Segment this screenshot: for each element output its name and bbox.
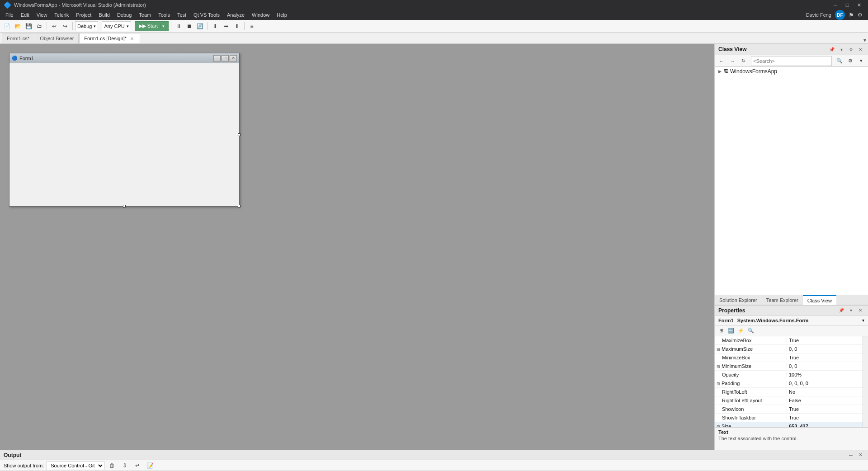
menu-team[interactable]: Team xyxy=(135,10,155,20)
menu-project[interactable]: Project xyxy=(72,10,95,20)
output-clear-btn[interactable]: 🗑 xyxy=(107,461,117,471)
class-view-dropdown-btn[interactable]: ▾ xyxy=(837,45,845,53)
menu-telerik[interactable]: Telerik xyxy=(51,10,72,20)
prop-row-showintaskbar[interactable]: ShowInTaskbar True xyxy=(715,414,863,422)
menu-edit[interactable]: Edit xyxy=(17,10,33,20)
prop-row-showicon[interactable]: ShowIcon True xyxy=(715,405,863,414)
start-label: ▶ Start xyxy=(142,23,158,29)
props-dropdown-btn[interactable]: ▾ xyxy=(847,306,855,315)
output-close-btn[interactable]: ✕ xyxy=(856,451,864,459)
cv-search-btn[interactable]: 🔍 xyxy=(835,56,844,66)
save-all-button[interactable]: 🗂 xyxy=(34,21,44,31)
prop-row-maximum-size[interactable]: ⊞MaximumSize 0, 0 xyxy=(715,345,863,353)
restart-button[interactable]: 🔄 xyxy=(195,21,205,31)
cpu-config-dropdown[interactable]: Any CPU ▾ xyxy=(102,21,131,31)
props-events-btn[interactable]: ⚡ xyxy=(736,326,745,335)
prop-value-maximum-size: 0, 0 xyxy=(787,346,863,352)
props-filter-btn[interactable]: 🔍 xyxy=(746,326,755,335)
menu-file[interactable]: File xyxy=(2,10,17,20)
props-pin-btn[interactable]: 📌 xyxy=(837,306,845,315)
tab-object-browser[interactable]: Object Browser xyxy=(35,33,79,43)
output-open-editor-btn[interactable]: 📝 xyxy=(145,461,155,471)
props-close-btn[interactable]: ✕ xyxy=(856,306,864,315)
close-button[interactable]: ✕ xyxy=(854,1,864,9)
cv-settings-btn[interactable]: ⚙ xyxy=(845,56,855,66)
tab-form1cs-design[interactable]: Form1.cs [Design]* ✕ xyxy=(79,33,140,43)
handle-bottom-center[interactable] xyxy=(123,205,126,207)
open-button[interactable]: 📂 xyxy=(13,21,23,31)
save-button[interactable]: 💾 xyxy=(24,21,33,31)
tab-form1cs-design-close[interactable]: ✕ xyxy=(129,35,135,42)
form-canvas[interactable]: 🔵 Form1 ─ □ ✕ xyxy=(9,53,240,207)
prop-row-minimum-size[interactable]: ⊞MinimumSize 0, 0 xyxy=(715,362,863,371)
menu-help[interactable]: Help xyxy=(273,10,291,20)
menu-analyze[interactable]: Analyze xyxy=(223,10,248,20)
minimize-button[interactable]: ─ xyxy=(830,1,841,9)
undo-button[interactable]: ↩ xyxy=(49,21,59,31)
handle-right-center[interactable] xyxy=(238,133,241,136)
prop-row-opacity[interactable]: Opacity 100% xyxy=(715,371,863,379)
start-button[interactable]: ▶ ▶ Start ▾ xyxy=(135,21,169,31)
view-tab-solution-explorer[interactable]: Solution Explorer xyxy=(715,295,762,305)
cv-sync-btn[interactable]: ↻ xyxy=(738,56,748,66)
prop-row-size[interactable]: ⊞Size 653, 427 xyxy=(715,422,863,427)
prop-row-minimize-box[interactable]: MinimizeBox True xyxy=(715,353,863,362)
tab-dropdown-arrow[interactable]: ▾ xyxy=(863,37,866,43)
props-scrollbar[interactable] xyxy=(863,336,868,427)
props-categorized-btn[interactable]: ⊞ xyxy=(717,326,726,335)
menu-test[interactable]: Test xyxy=(174,10,190,20)
form-minimize-btn[interactable]: ─ xyxy=(213,55,221,61)
maximize-button[interactable]: □ xyxy=(842,1,853,9)
tab-form1cs[interactable]: Form1.cs* xyxy=(2,33,34,43)
menu-qtvs[interactable]: Qt VS Tools xyxy=(190,10,223,20)
redo-button[interactable]: ↪ xyxy=(60,21,70,31)
props-object-selector[interactable]: Form1 System.Windows.Forms.Form ▾ xyxy=(715,316,868,325)
form-close-btn[interactable]: ✕ xyxy=(230,55,237,61)
menu-tools[interactable]: Tools xyxy=(155,10,174,20)
stop-button[interactable]: ⏹ xyxy=(184,21,194,31)
view-tabs: Solution Explorer Team Explorer Class Vi… xyxy=(715,295,868,305)
step-over-button[interactable]: ➡ xyxy=(221,21,231,31)
prop-row-righttoleftlayout[interactable]: RightToLeftLayout False xyxy=(715,396,863,405)
cpu-config-label: Any CPU xyxy=(104,24,124,29)
cpu-config-arrow: ▾ xyxy=(127,24,129,28)
tree-item-winformsapp[interactable]: ▶ 🏗 WindowsFormsApp xyxy=(715,67,868,76)
cv-dropdown-btn[interactable]: ▾ xyxy=(856,56,866,66)
menu-view[interactable]: View xyxy=(33,10,51,20)
prop-row-maximize-box[interactable]: MaximizeBox True xyxy=(715,336,863,345)
prop-row-righttoleft[interactable]: RightToLeft No xyxy=(715,388,863,396)
class-view-close-btn[interactable]: ✕ xyxy=(856,45,864,53)
output-word-wrap-btn[interactable]: ↵ xyxy=(132,461,142,471)
view-tab-class-view[interactable]: Class View xyxy=(803,295,836,305)
designer-area[interactable]: 🔵 Form1 ─ □ ✕ xyxy=(0,44,714,450)
class-view-pin-btn[interactable]: 📌 xyxy=(828,45,836,53)
props-table-container: MaximizeBox True ⊞MaximumSize 0, 0 Minim… xyxy=(715,336,868,427)
class-view-settings-btn[interactable]: ⚙ xyxy=(847,45,855,53)
debug-config-dropdown[interactable]: Debug ▾ xyxy=(75,21,98,31)
props-alphabetical-btn[interactable]: 🔤 xyxy=(726,326,736,335)
view-tab-team-explorer[interactable]: Team Explorer xyxy=(762,295,803,305)
menu-build[interactable]: Build xyxy=(95,10,113,20)
form-maximize-btn[interactable]: □ xyxy=(222,55,229,61)
step-out-button[interactable]: ⬆ xyxy=(232,21,242,31)
class-view-search-input[interactable] xyxy=(751,56,832,66)
prop-row-padding[interactable]: ⊞Padding 0, 0, 0, 0 xyxy=(715,379,863,388)
menu-debug[interactable]: Debug xyxy=(113,10,135,20)
tab-bar: Form1.cs* Object Browser Form1.cs [Desig… xyxy=(0,33,868,44)
cv-back-btn[interactable]: ← xyxy=(717,56,726,66)
output-source-select[interactable]: Source Control - Git Build Debug xyxy=(47,461,104,470)
output-scroll-lock-btn[interactable]: ⇩ xyxy=(120,461,130,471)
new-button[interactable]: 📄 xyxy=(2,21,12,31)
form-title-bar[interactable]: 🔵 Form1 ─ □ ✕ xyxy=(9,53,239,63)
class-view-header: Class View 📌 ▾ ⚙ ✕ xyxy=(715,44,868,55)
form-body[interactable] xyxy=(9,63,239,206)
cv-forward-btn[interactable]: → xyxy=(727,56,737,66)
output-collapse-btn[interactable]: ─ xyxy=(847,451,855,459)
step-in-button[interactable]: ⬇ xyxy=(210,21,220,31)
toolbar: 📄 📂 💾 🗂 ↩ ↪ Debug ▾ Any CPU ▾ ▶ ▶ Start … xyxy=(0,20,868,33)
pause-button[interactable]: ⏸ xyxy=(174,21,184,31)
menu-window[interactable]: Window xyxy=(248,10,273,20)
class-tree[interactable]: ▶ 🏗 WindowsFormsApp xyxy=(715,67,868,295)
handle-bottom-right[interactable] xyxy=(238,205,241,207)
more-toolbar-btn[interactable]: ≡ xyxy=(247,21,257,31)
